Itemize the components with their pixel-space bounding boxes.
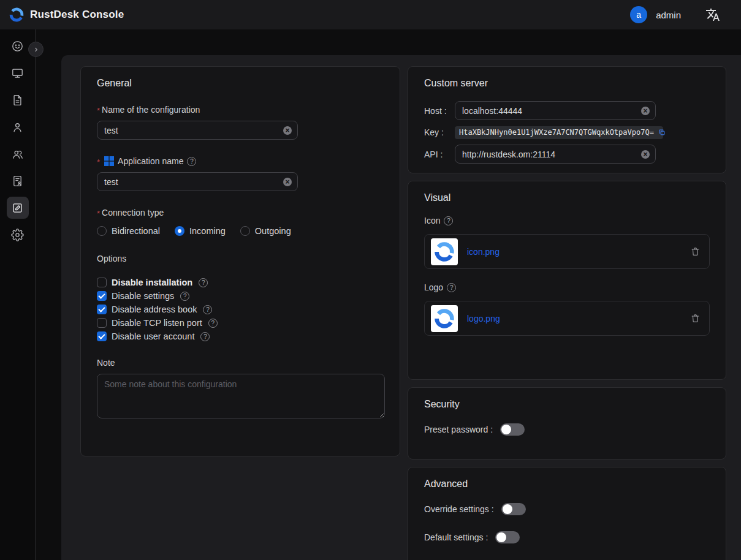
required-marker (97, 156, 102, 166)
main-panel: General Name of the configuration Applic… (61, 55, 741, 560)
note-textarea[interactable] (97, 374, 385, 418)
config-name-input[interactable] (97, 121, 298, 140)
api-input[interactable] (455, 145, 656, 164)
radio-bidirectional[interactable]: Bidirectional (97, 226, 160, 236)
username[interactable]: admin (656, 10, 681, 20)
chevron-right-icon (32, 45, 40, 54)
security-title: Security (424, 399, 710, 410)
clear-icon[interactable] (283, 178, 292, 186)
gear-icon (11, 229, 24, 241)
logo-file-link[interactable]: logo.png (467, 314, 500, 324)
user-icon (11, 121, 24, 134)
radio-incoming[interactable]: Incoming (175, 226, 226, 236)
app-name-label: Application name (118, 156, 183, 166)
brand: RustDesk Console (9, 7, 124, 23)
api-label: API : (424, 149, 455, 159)
application-name-input[interactable] (97, 172, 298, 191)
file-user-icon (11, 175, 24, 187)
radio-icon[interactable] (175, 226, 184, 236)
key-label: Key : (424, 127, 455, 137)
sidebar-item-documents[interactable] (7, 89, 29, 111)
windows-logo-icon (104, 156, 114, 166)
visual-title: Visual (424, 192, 710, 203)
advanced-title: Advanced (424, 479, 710, 490)
checkbox-icon[interactable] (97, 278, 107, 287)
sidebar-item-user[interactable] (7, 116, 29, 138)
sidebar-item-settings[interactable] (7, 224, 29, 246)
checkbox-icon[interactable] (97, 318, 107, 328)
icon-upload-row: icon.png (424, 234, 710, 269)
logo-thumbnail (431, 305, 458, 332)
rustdesk-logo-icon (433, 308, 455, 330)
rustdesk-logo-icon (9, 7, 25, 23)
logo-label: Logo (424, 282, 443, 292)
help-icon[interactable] (444, 216, 453, 225)
radio-icon[interactable] (240, 226, 250, 236)
host-input[interactable] (455, 101, 656, 120)
help-icon[interactable] (199, 278, 208, 287)
preset-password-label: Preset password : (424, 425, 493, 434)
smiley-icon (11, 40, 24, 53)
option-disable-user-account[interactable]: Disable user account (97, 330, 384, 343)
name-label: Name of the configuration (97, 105, 200, 115)
trash-icon[interactable] (690, 246, 701, 257)
note-label: Note (97, 358, 384, 368)
edit-icon (11, 202, 24, 214)
connection-type-label: Connection type (97, 208, 164, 218)
avatar[interactable]: a (630, 6, 647, 23)
option-disable-settings[interactable]: Disable settings (97, 289, 384, 303)
sidebar-item-smiley[interactable] (7, 35, 29, 57)
override-settings-label: Override settings : (424, 504, 494, 514)
preset-password-toggle[interactable] (500, 423, 525, 436)
custom-server-card: Custom server Host : Key : HtaXBkJNHyn0e… (408, 66, 726, 173)
general-card: General Name of the configuration Applic… (80, 66, 400, 456)
default-settings-toggle[interactable] (495, 531, 520, 543)
checkbox-icon[interactable] (97, 305, 107, 314)
help-icon[interactable] (447, 283, 456, 292)
option-disable-installation[interactable]: Disable installation (97, 276, 384, 289)
radio-icon[interactable] (97, 226, 107, 236)
connection-type-group: Bidirectional Incoming Outgoing (97, 226, 384, 236)
clear-icon[interactable] (641, 150, 650, 159)
clear-icon[interactable] (641, 107, 650, 115)
sidebar-item-devices[interactable] (7, 62, 29, 84)
help-icon[interactable] (203, 305, 212, 314)
sidebar-expand-button[interactable] (28, 42, 44, 57)
clear-icon[interactable] (283, 126, 292, 135)
visual-card: Visual Icon icon.png Logo logo.png (408, 181, 726, 380)
options-label: Options (97, 254, 384, 263)
key-value-chip: HtaXBkJNHyn0e1U1jWXze7A7CN7QTGWqxkOtpaVp… (455, 126, 663, 139)
host-label: Host : (424, 106, 455, 116)
general-title: General (97, 78, 384, 89)
checkbox-icon[interactable] (97, 291, 107, 301)
translate-icon[interactable] (705, 7, 720, 22)
icon-thumbnail (431, 238, 458, 265)
help-icon[interactable] (200, 332, 210, 341)
override-settings-toggle[interactable] (501, 503, 526, 515)
app-header: RustDesk Console a admin (0, 0, 741, 29)
help-icon[interactable] (180, 292, 189, 301)
app-title: RustDesk Console (30, 9, 124, 21)
help-icon[interactable] (187, 157, 196, 166)
radio-outgoing[interactable]: Outgoing (240, 226, 291, 236)
rustdesk-logo-icon (433, 241, 455, 263)
advanced-card: Advanced Override settings : Default set… (408, 467, 726, 560)
option-disable-address-book[interactable]: Disable address book (97, 303, 384, 316)
users-icon (11, 148, 24, 161)
icon-file-link[interactable]: icon.png (467, 247, 500, 257)
logo-upload-row: logo.png (424, 301, 710, 336)
trash-icon[interactable] (690, 313, 701, 324)
sidebar-item-audit[interactable] (7, 170, 29, 192)
sidebar (0, 29, 36, 560)
document-icon (11, 94, 24, 107)
copy-icon[interactable] (658, 128, 666, 137)
monitor-icon (11, 67, 24, 80)
sidebar-item-custom-client[interactable] (7, 197, 29, 219)
sidebar-item-groups[interactable] (7, 143, 29, 165)
security-card: Security Preset password : (408, 387, 726, 460)
custom-server-title: Custom server (424, 78, 710, 89)
help-icon[interactable] (208, 319, 218, 328)
checkbox-icon[interactable] (97, 331, 107, 341)
key-value: HtaXBkJNHyn0e1U1jWXze7A7CN7QTGWqxkOtpaVp… (459, 128, 654, 137)
option-disable-tcp-listen-port[interactable]: Disable TCP listen port (97, 316, 384, 330)
